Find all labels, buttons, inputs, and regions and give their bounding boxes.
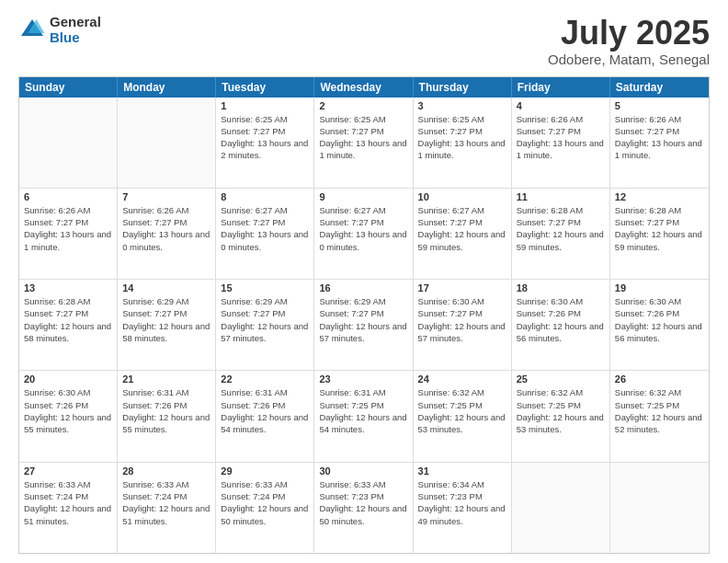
calendar-week-5: 27Sunrise: 6:33 AM Sunset: 7:24 PM Dayli…	[19, 463, 709, 553]
calendar-header-wednesday: Wednesday	[314, 77, 413, 98]
day-info: Sunrise: 6:29 AM Sunset: 7:27 PM Dayligh…	[221, 295, 309, 344]
calendar-cell: 29Sunrise: 6:33 AM Sunset: 7:24 PM Dayli…	[216, 463, 314, 553]
calendar-cell: 12Sunrise: 6:28 AM Sunset: 7:27 PM Dayli…	[610, 189, 709, 279]
day-number: 24	[418, 373, 506, 385]
calendar-header-saturday: Saturday	[610, 77, 709, 98]
calendar-week-2: 6Sunrise: 6:26 AM Sunset: 7:27 PM Daylig…	[19, 189, 709, 280]
calendar-cell: 24Sunrise: 6:32 AM Sunset: 7:25 PM Dayli…	[414, 371, 512, 461]
day-number: 19	[615, 282, 704, 293]
day-number: 1	[221, 100, 309, 111]
day-number: 31	[418, 465, 506, 477]
day-info: Sunrise: 6:32 AM Sunset: 7:25 PM Dayligh…	[615, 386, 704, 435]
page: General Blue July 2025 Odobere, Matam, S…	[0, 0, 728, 563]
calendar-cell: 27Sunrise: 6:33 AM Sunset: 7:24 PM Dayli…	[19, 463, 118, 553]
day-number: 10	[418, 191, 506, 202]
day-number: 18	[517, 282, 605, 293]
calendar-cell: 17Sunrise: 6:30 AM Sunset: 7:27 PM Dayli…	[414, 280, 512, 370]
title-block: July 2025 Odobere, Matam, Senegal	[548, 15, 710, 67]
day-number: 25	[517, 373, 605, 385]
day-number: 2	[319, 100, 407, 111]
calendar-cell: 23Sunrise: 6:31 AM Sunset: 7:25 PM Dayli…	[314, 371, 413, 461]
day-number: 30	[319, 465, 407, 477]
day-info: Sunrise: 6:32 AM Sunset: 7:25 PM Dayligh…	[517, 386, 605, 435]
day-number: 28	[122, 465, 210, 477]
calendar-cell: 3Sunrise: 6:25 AM Sunset: 7:27 PM Daylig…	[414, 98, 512, 188]
day-number: 11	[517, 191, 605, 202]
calendar-cell: 1Sunrise: 6:25 AM Sunset: 7:27 PM Daylig…	[216, 98, 314, 188]
calendar-week-1: 1Sunrise: 6:25 AM Sunset: 7:27 PM Daylig…	[19, 98, 709, 189]
header: General Blue July 2025 Odobere, Matam, S…	[18, 15, 710, 67]
logo-blue-text: Blue	[50, 30, 101, 46]
day-info: Sunrise: 6:30 AM Sunset: 7:27 PM Dayligh…	[418, 295, 506, 344]
day-info: Sunrise: 6:30 AM Sunset: 7:26 PM Dayligh…	[517, 295, 605, 344]
day-number: 27	[24, 465, 112, 477]
day-info: Sunrise: 6:28 AM Sunset: 7:27 PM Dayligh…	[517, 204, 605, 253]
day-info: Sunrise: 6:27 AM Sunset: 7:27 PM Dayligh…	[319, 204, 407, 253]
day-info: Sunrise: 6:29 AM Sunset: 7:27 PM Dayligh…	[319, 295, 407, 344]
calendar-cell: 5Sunrise: 6:26 AM Sunset: 7:27 PM Daylig…	[610, 98, 709, 188]
calendar-cell: 9Sunrise: 6:27 AM Sunset: 7:27 PM Daylig…	[314, 189, 413, 279]
calendar-cell: 8Sunrise: 6:27 AM Sunset: 7:27 PM Daylig…	[216, 189, 314, 279]
calendar-cell: 11Sunrise: 6:28 AM Sunset: 7:27 PM Dayli…	[512, 189, 610, 279]
calendar-cell: 22Sunrise: 6:31 AM Sunset: 7:26 PM Dayli…	[216, 371, 314, 461]
day-number: 5	[615, 100, 704, 111]
day-info: Sunrise: 6:31 AM Sunset: 7:26 PM Dayligh…	[122, 386, 210, 435]
calendar-cell: 18Sunrise: 6:30 AM Sunset: 7:26 PM Dayli…	[512, 280, 610, 370]
calendar-week-4: 20Sunrise: 6:30 AM Sunset: 7:26 PM Dayli…	[19, 371, 709, 462]
day-number: 8	[221, 191, 309, 202]
day-info: Sunrise: 6:31 AM Sunset: 7:26 PM Dayligh…	[221, 386, 309, 435]
calendar-cell: 19Sunrise: 6:30 AM Sunset: 7:26 PM Dayli…	[610, 280, 709, 370]
day-info: Sunrise: 6:26 AM Sunset: 7:27 PM Dayligh…	[517, 113, 605, 162]
day-number: 14	[122, 282, 210, 293]
day-number: 20	[24, 373, 112, 385]
calendar-header: SundayMondayTuesdayWednesdayThursdayFrid…	[19, 77, 709, 98]
day-number: 16	[319, 282, 407, 293]
day-number: 17	[418, 282, 506, 293]
calendar-cell: 15Sunrise: 6:29 AM Sunset: 7:27 PM Dayli…	[216, 280, 314, 370]
day-info: Sunrise: 6:33 AM Sunset: 7:24 PM Dayligh…	[221, 478, 309, 527]
day-info: Sunrise: 6:32 AM Sunset: 7:25 PM Dayligh…	[418, 386, 506, 435]
calendar-week-3: 13Sunrise: 6:28 AM Sunset: 7:27 PM Dayli…	[19, 280, 709, 371]
day-number: 29	[221, 465, 309, 477]
calendar-cell: 13Sunrise: 6:28 AM Sunset: 7:27 PM Dayli…	[19, 280, 118, 370]
calendar-cell: 31Sunrise: 6:34 AM Sunset: 7:23 PM Dayli…	[414, 463, 512, 553]
calendar-body: 1Sunrise: 6:25 AM Sunset: 7:27 PM Daylig…	[19, 98, 709, 553]
day-number: 12	[615, 191, 704, 202]
calendar-cell: 4Sunrise: 6:26 AM Sunset: 7:27 PM Daylig…	[512, 98, 610, 188]
calendar-cell: 20Sunrise: 6:30 AM Sunset: 7:26 PM Dayli…	[19, 371, 118, 461]
day-info: Sunrise: 6:26 AM Sunset: 7:27 PM Dayligh…	[615, 113, 704, 162]
day-info: Sunrise: 6:28 AM Sunset: 7:27 PM Dayligh…	[24, 295, 112, 344]
day-info: Sunrise: 6:33 AM Sunset: 7:24 PM Dayligh…	[122, 478, 210, 527]
calendar-cell	[512, 463, 610, 553]
day-info: Sunrise: 6:25 AM Sunset: 7:27 PM Dayligh…	[319, 113, 407, 162]
calendar-header-thursday: Thursday	[414, 77, 512, 98]
day-number: 9	[319, 191, 407, 202]
calendar-cell: 30Sunrise: 6:33 AM Sunset: 7:23 PM Dayli…	[314, 463, 413, 553]
calendar-header-monday: Monday	[118, 77, 216, 98]
day-info: Sunrise: 6:33 AM Sunset: 7:23 PM Dayligh…	[319, 478, 407, 527]
day-number: 6	[24, 191, 112, 202]
calendar-cell: 21Sunrise: 6:31 AM Sunset: 7:26 PM Dayli…	[118, 371, 216, 461]
calendar-header-tuesday: Tuesday	[216, 77, 314, 98]
title-month: July 2025	[548, 15, 710, 52]
logo-text: General Blue	[50, 15, 101, 45]
day-info: Sunrise: 6:26 AM Sunset: 7:27 PM Dayligh…	[122, 204, 210, 253]
day-info: Sunrise: 6:25 AM Sunset: 7:27 PM Dayligh…	[221, 113, 309, 162]
logo: General Blue	[18, 15, 101, 45]
calendar-cell: 14Sunrise: 6:29 AM Sunset: 7:27 PM Dayli…	[118, 280, 216, 370]
calendar-cell	[118, 98, 216, 188]
calendar-cell: 25Sunrise: 6:32 AM Sunset: 7:25 PM Dayli…	[512, 371, 610, 461]
day-number: 13	[24, 282, 112, 293]
calendar-cell: 26Sunrise: 6:32 AM Sunset: 7:25 PM Dayli…	[610, 371, 709, 461]
logo-general-text: General	[50, 15, 101, 30]
day-number: 26	[615, 373, 704, 385]
calendar-header-friday: Friday	[512, 77, 610, 98]
calendar-cell	[610, 463, 709, 553]
calendar-header-sunday: Sunday	[19, 77, 118, 98]
day-info: Sunrise: 6:27 AM Sunset: 7:27 PM Dayligh…	[221, 204, 309, 253]
day-number: 22	[221, 373, 309, 385]
day-number: 23	[319, 373, 407, 385]
day-info: Sunrise: 6:26 AM Sunset: 7:27 PM Dayligh…	[24, 204, 112, 253]
day-info: Sunrise: 6:31 AM Sunset: 7:25 PM Dayligh…	[319, 386, 407, 435]
day-info: Sunrise: 6:30 AM Sunset: 7:26 PM Dayligh…	[24, 386, 112, 435]
